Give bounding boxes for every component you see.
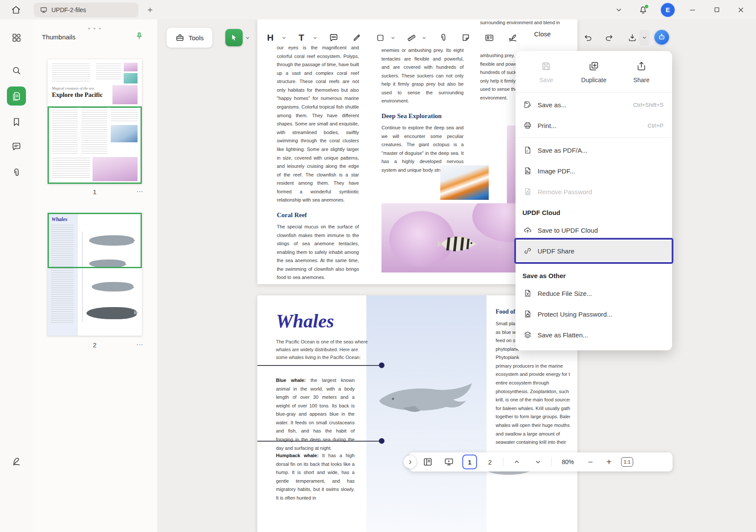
notification-dot — [644, 4, 649, 9]
menu-duplicate-action[interactable]: Duplicate — [570, 61, 618, 83]
collapse-toolbar-button[interactable] — [612, 3, 625, 16]
menu-section-updf-cloud: UPDF Cloud — [516, 202, 672, 220]
save-button[interactable] — [625, 30, 640, 45]
page-thumbnail-2[interactable]: Whales — [48, 213, 142, 336]
doc-heading-deep-sea: Deep Sea Exploration — [381, 112, 464, 120]
zoom-in-button[interactable]: + — [602, 457, 615, 467]
thumbnail-page-number: 2 — [48, 341, 142, 349]
select-tool-chevron[interactable] — [244, 34, 250, 42]
ai-assistant-icon — [657, 33, 666, 42]
pen-tool-button[interactable] — [348, 29, 365, 46]
new-tab-button[interactable] — [144, 6, 156, 14]
signature-tool-button[interactable] — [504, 29, 521, 46]
ai-assistant-button[interactable] — [654, 30, 669, 45]
reading-mode-button[interactable] — [420, 454, 436, 470]
save-menu-chevron[interactable] — [639, 30, 650, 45]
sidebar-item-comments[interactable] — [7, 137, 26, 156]
menu-item-print[interactable]: Print... Ctrl+P — [516, 115, 672, 136]
sign-pen-icon — [11, 456, 22, 467]
notifications-button[interactable] — [637, 3, 650, 16]
menu-item-save-to-updf-cloud[interactable]: Save to UPDF Cloud — [516, 220, 672, 240]
save-icon — [628, 33, 637, 42]
sidebar-item-sign[interactable] — [7, 452, 26, 471]
actual-size-button[interactable]: 1:1 — [621, 457, 633, 467]
measure-tool-chevron[interactable] — [421, 34, 427, 42]
thumb-text-texture — [51, 225, 74, 324]
menu-item-label: Reduce File Size... — [538, 290, 592, 297]
id-card-tool-button[interactable] — [481, 29, 498, 46]
document-tab[interactable]: UPDF-2-files — [34, 3, 138, 17]
measure-tool-button[interactable] — [403, 29, 420, 46]
sidebar-item-search[interactable] — [7, 61, 26, 80]
doc-text-line: together to form large groups. Baleen — [496, 413, 570, 421]
chevron-down-icon — [282, 35, 286, 40]
close-icon — [737, 6, 745, 14]
doc-text-line: entire ecosystem through — [496, 379, 570, 388]
sidebar-item-apps[interactable] — [7, 28, 26, 47]
page-thumbnail-1[interactable]: Magical creatures of the sea. Explore th… — [48, 59, 142, 184]
sidebar-item-thumbnails[interactable] — [7, 87, 26, 106]
chevron-down-icon — [615, 6, 623, 14]
close-edit-button[interactable]: Close — [534, 30, 551, 38]
thumbnail-overflow-button[interactable]: ⋯ — [136, 340, 144, 349]
chevron-right-icon — [407, 459, 413, 465]
menu-item-label: Protect Using Password... — [538, 311, 612, 318]
previous-page-button[interactable] — [509, 454, 525, 470]
menu-item-save-as-pdfa[interactable]: A Save as PDF/A... — [516, 140, 672, 160]
zoom-level[interactable]: 80% — [557, 458, 578, 465]
comment-tool-button[interactable] — [325, 29, 342, 46]
menu-item-protect-using-password[interactable]: Protect Using Password... — [516, 304, 672, 324]
menu-item-label: UPDF Share — [538, 247, 574, 255]
heading-tool-button[interactable]: H — [262, 29, 279, 46]
redo-button[interactable] — [601, 30, 617, 45]
doc-paragraph: our eyes is the magnificent and colorful… — [277, 44, 359, 205]
heading-tool-chevron[interactable] — [281, 34, 287, 42]
menu-item-label: Save as... — [538, 101, 567, 109]
zoom-out-button[interactable]: − — [584, 457, 597, 467]
avatar[interactable]: E — [661, 3, 675, 17]
menu-item-updf-share[interactable]: UPDF Share — [516, 240, 672, 261]
image-document-icon — [523, 167, 532, 175]
compress-icon — [523, 289, 532, 298]
text-tool-chevron[interactable] — [312, 34, 318, 42]
marker-pen-icon — [352, 33, 362, 42]
humpback-text: It has a high dorsal fin on its back tha… — [276, 453, 355, 500]
menu-share-action[interactable]: Share — [618, 61, 665, 83]
home-button[interactable] — [7, 3, 25, 17]
cursor-icon — [230, 33, 238, 42]
thumbnail-overflow-button[interactable]: ⋯ — [136, 187, 144, 195]
minimize-button[interactable] — [686, 3, 699, 16]
sidebar-item-bookmarks[interactable] — [7, 112, 26, 131]
humpback-lead: Humpback whale: — [276, 453, 319, 458]
slideshow-button[interactable] — [441, 454, 457, 470]
undo-button[interactable] — [580, 30, 596, 45]
menu-item-save-as-flatten[interactable]: Save as Flatten... — [516, 324, 672, 345]
chevron-down-icon — [422, 35, 426, 40]
thumb-anemone-photo — [93, 157, 138, 181]
page-button-1[interactable]: 1 — [462, 455, 477, 469]
menu-item-reduce-file-size[interactable]: Reduce File Size... — [516, 283, 672, 304]
shape-tool-chevron[interactable] — [390, 34, 396, 42]
sticker-tool-button[interactable] — [457, 29, 474, 46]
tools-button[interactable]: Tools — [167, 28, 212, 48]
menu-item-image-pdf[interactable]: Image PDF... — [516, 160, 672, 181]
doc-paragraph: The special mucus on the surface of clow… — [277, 223, 359, 282]
thumb-teal-coral-badge — [124, 73, 138, 83]
attach-tool-button[interactable] — [435, 29, 452, 46]
shape-tool-button[interactable] — [372, 29, 389, 46]
menu-item-save-as[interactable]: Save as... Ctrl+Shift+S — [516, 94, 672, 115]
timeline-rule — [257, 365, 382, 366]
menu-item-label: Save as PDF/A... — [538, 147, 587, 154]
maximize-button[interactable] — [710, 3, 723, 16]
text-tool-button[interactable]: T — [293, 29, 310, 46]
page-button-2[interactable]: 2 — [483, 455, 497, 469]
pin-icon[interactable] — [135, 32, 144, 40]
expand-statusbar-button[interactable] — [404, 455, 416, 468]
panel-drag-handle[interactable]: • • • — [88, 25, 102, 32]
sidebar-item-attachments[interactable] — [7, 163, 26, 182]
duplicate-icon — [588, 61, 599, 72]
select-tool-button[interactable] — [225, 29, 243, 46]
next-page-button[interactable] — [530, 454, 546, 470]
thumb-whale-shape — [89, 235, 134, 246]
close-window-button[interactable] — [734, 3, 747, 16]
